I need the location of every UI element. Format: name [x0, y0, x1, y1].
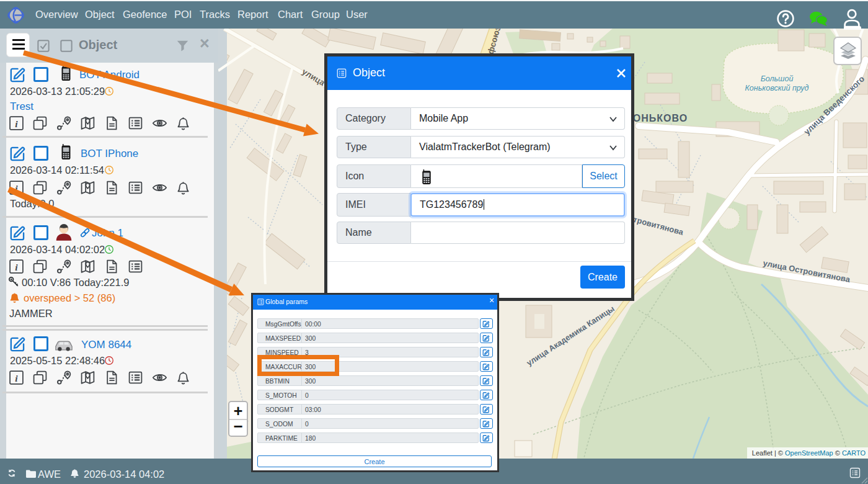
svg-text:Коньковский пруд: Коньковский пруд: [745, 84, 809, 92]
svg-text:КОНЬКОВО: КОНЬКОВО: [626, 113, 688, 123]
svg-text:Большой: Большой: [761, 74, 794, 83]
